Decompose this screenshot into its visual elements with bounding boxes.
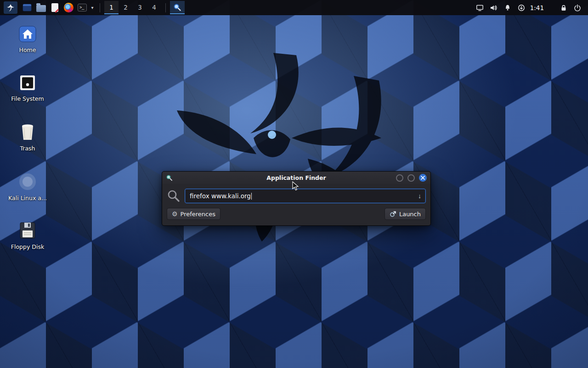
kali-menu-button[interactable] xyxy=(4,1,17,14)
minimize-button[interactable] xyxy=(396,174,403,182)
desktop-icon-label: Trash xyxy=(20,145,35,152)
launcher-folder[interactable] xyxy=(34,1,48,14)
notifications-bell-icon[interactable] xyxy=(501,1,514,14)
terminal-icon: >_ xyxy=(78,4,87,12)
text-editor-icon xyxy=(51,3,58,12)
mouse-cursor xyxy=(292,181,299,191)
workspace-button-4[interactable]: 4 xyxy=(147,1,161,14)
workspace-button-2[interactable]: 2 xyxy=(119,1,133,14)
preferences-button-label: Preferences xyxy=(181,211,215,218)
launch-button-label: Launch xyxy=(399,211,421,218)
gear-icon: ⚙ xyxy=(172,211,178,217)
desktop-icon-trash[interactable]: Trash xyxy=(4,122,51,152)
folder-icon xyxy=(36,5,46,12)
panel-separator xyxy=(100,3,100,12)
preferences-button[interactable]: ⚙ Preferences xyxy=(167,208,220,220)
workspace-button-3[interactable]: 3 xyxy=(133,1,147,14)
desktop-icon-label: Floppy Disk xyxy=(11,243,44,250)
window-search-icon xyxy=(166,174,173,181)
kali-desktop: { "colors": { "accent": "#2f6fd0", "acti… xyxy=(0,0,588,368)
text-cursor xyxy=(251,193,252,200)
firefox-icon xyxy=(64,3,74,12)
display-tray-icon[interactable] xyxy=(473,1,487,14)
desktop-icon-label: File System xyxy=(11,95,44,102)
desktop-icon-label: Kali Linux a... xyxy=(8,195,47,201)
launch-icon xyxy=(390,211,396,218)
clock[interactable]: 1:41 xyxy=(530,4,544,12)
kali-installer-icon xyxy=(18,172,37,191)
top-panel: >_ ▾ 1 2 3 4 xyxy=(0,0,588,15)
search-input[interactable]: firefox www.kali.org ↓ xyxy=(185,189,426,203)
panel-left-section: >_ ▾ 1 2 3 4 xyxy=(4,0,185,15)
launcher-text-editor[interactable] xyxy=(48,1,62,14)
desktop-icon-kali-installer[interactable]: Kali Linux a... xyxy=(4,172,51,201)
application-finder-window: Application Finder firefox www.kali.org … xyxy=(162,171,431,226)
close-icon xyxy=(421,176,425,180)
window-title: Application Finder xyxy=(162,174,430,181)
search-glass-icon xyxy=(167,189,181,203)
home-icon xyxy=(18,25,37,43)
volume-tray-icon[interactable] xyxy=(487,1,501,14)
desktop-icon-file-system[interactable]: File System xyxy=(4,74,51,102)
history-dropdown-icon[interactable]: ↓ xyxy=(418,192,421,200)
workspace-button-1[interactable]: 1 xyxy=(104,1,119,14)
close-button[interactable] xyxy=(419,174,427,182)
file-manager-icon xyxy=(23,4,32,12)
search-icon xyxy=(173,3,181,12)
kali-logo-icon xyxy=(6,3,15,12)
launcher-firefox[interactable] xyxy=(62,1,75,14)
trash-icon xyxy=(18,122,37,142)
power-logout-icon[interactable] xyxy=(571,1,584,14)
launcher-file-manager[interactable] xyxy=(20,1,34,14)
lock-screen-icon[interactable] xyxy=(557,1,571,14)
terminal-dropdown-chevron-icon[interactable]: ▾ xyxy=(89,1,96,14)
floppy-disk-icon xyxy=(18,221,37,240)
panel-separator xyxy=(165,3,166,12)
search-input-value: firefox www.kali.org xyxy=(190,192,251,200)
desktop-icon-home[interactable]: Home xyxy=(4,25,51,53)
maximize-button[interactable] xyxy=(407,174,415,182)
launcher-terminal[interactable]: >_ xyxy=(75,1,89,14)
desktop-icon-label: Home xyxy=(19,46,36,53)
panel-right-section: 1:41 xyxy=(473,0,584,15)
launch-button[interactable]: Launch xyxy=(384,208,426,220)
file-system-icon xyxy=(18,74,37,92)
taskbar-application-finder-button[interactable] xyxy=(170,1,185,14)
desktop-icon-floppy-disk[interactable]: Floppy Disk xyxy=(4,221,51,250)
network-icon[interactable] xyxy=(514,1,528,14)
